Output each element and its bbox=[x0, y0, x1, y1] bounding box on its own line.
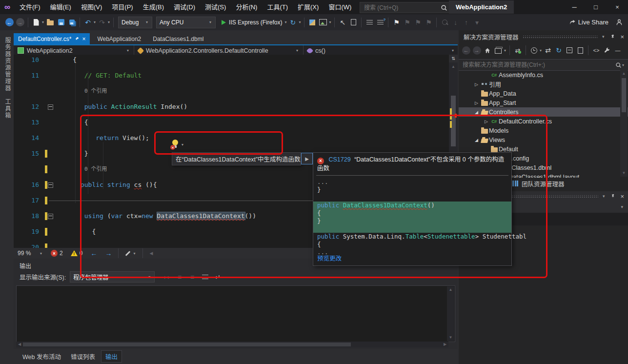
quick-search[interactable] bbox=[360, 2, 449, 13]
refresh-icon[interactable]: ↻ bbox=[288, 17, 298, 28]
tree-vertical-scrollbar[interactable]: ▲ ▼ bbox=[620, 70, 628, 177]
collapsed-arrow-icon[interactable]: ▷ bbox=[483, 119, 489, 124]
output-content[interactable]: ▲ ▼ bbox=[16, 285, 455, 342]
minimize-button[interactable]: ─ bbox=[564, 0, 585, 14]
debug-config-dropdown[interactable]: Debug▾ bbox=[118, 17, 152, 28]
tree-item[interactable]: App_Data bbox=[459, 89, 628, 98]
tree-item[interactable]: ▷App_Start bbox=[459, 98, 628, 107]
tree-item[interactable]: ▷C#DefaultController.cs bbox=[459, 117, 628, 126]
menu-item-s[interactable]: 测试(S) bbox=[200, 0, 231, 14]
search-icon[interactable] bbox=[615, 62, 622, 68]
split-editor-handle[interactable]: ⇅ bbox=[449, 55, 458, 62]
scrollbar-thumb[interactable] bbox=[622, 78, 626, 112]
tree-item[interactable]: ◢Views bbox=[459, 135, 628, 144]
properties-copy-icon[interactable] bbox=[575, 45, 585, 56]
scroll-up-icon[interactable]: ▲ bbox=[449, 63, 458, 70]
show-all-files-icon[interactable] bbox=[493, 45, 503, 56]
tree-item[interactable]: ▷引用 bbox=[459, 80, 628, 89]
scrollbar-thumb[interactable] bbox=[23, 343, 351, 346]
panel-overflow-icon[interactable]: — bbox=[613, 45, 623, 56]
sidebar-tab-toolbox[interactable]: 工具箱 bbox=[3, 99, 12, 119]
scroll-left-icon[interactable]: ◀ bbox=[16, 342, 23, 347]
feedback-icon[interactable] bbox=[615, 19, 623, 26]
editor-tab[interactable]: DataClasses1.dbml bbox=[148, 33, 208, 44]
toggle-bookmark-icon[interactable]: ⚑ bbox=[391, 17, 401, 28]
warning-count-badge[interactable]: 0 bbox=[71, 250, 83, 257]
sidebar-tab-server-explorer[interactable]: 服务器资源管理器 bbox=[3, 37, 12, 92]
navigate-back-button[interactable]: ← bbox=[90, 249, 97, 257]
collapsed-arrow-icon[interactable]: ▷ bbox=[473, 82, 480, 87]
editor-tab[interactable]: DefaultController.cs*× bbox=[14, 33, 90, 44]
open-file-icon[interactable] bbox=[45, 17, 55, 28]
navigate-forward-button[interactable]: → bbox=[105, 249, 112, 257]
fold-collapse-icon[interactable] bbox=[48, 214, 53, 219]
switch-views-icon[interactable]: ⇄ bbox=[543, 45, 553, 56]
tree-item[interactable]: ◢Controllers bbox=[459, 107, 628, 117]
refresh-icon[interactable]: ↻ bbox=[554, 45, 564, 56]
menu-item-e[interactable]: 编辑(E) bbox=[45, 0, 76, 14]
editor-tab[interactable]: WebApplication2 bbox=[93, 33, 145, 44]
quick-action-lightbulb[interactable]: × ▾ bbox=[171, 140, 184, 149]
word-wrap-icon[interactable]: ↵ bbox=[213, 272, 223, 283]
fold-collapse-icon[interactable] bbox=[48, 104, 53, 110]
close-icon[interactable]: × bbox=[620, 33, 624, 40]
pin-icon[interactable] bbox=[74, 36, 79, 41]
copy-structure-icon[interactable] bbox=[348, 17, 358, 28]
window-position-dropdown-icon[interactable]: ▾ bbox=[602, 34, 605, 39]
nav-back-icon[interactable]: ← bbox=[4, 17, 14, 28]
scroll-down-icon[interactable]: ▼ bbox=[447, 334, 454, 341]
quick-action-expand-button[interactable]: ▶ bbox=[301, 153, 313, 164]
error-code-link[interactable]: CS1729 bbox=[328, 156, 350, 163]
panel-tab[interactable]: 错误列表 bbox=[67, 351, 99, 362]
fold-collapse-icon[interactable] bbox=[48, 182, 53, 188]
pin-icon[interactable] bbox=[610, 193, 615, 199]
scroll-down-icon[interactable]: ▼ bbox=[620, 170, 628, 177]
comment-lines-icon[interactable]: ? bbox=[375, 17, 385, 28]
scroll-right-icon[interactable]: ▶ bbox=[442, 342, 448, 347]
platform-dropdown[interactable]: Any CPU▾ bbox=[156, 17, 216, 28]
format-document-icon[interactable] bbox=[365, 17, 374, 28]
pending-changes-filter-icon[interactable] bbox=[529, 45, 539, 56]
project-dropdown[interactable]: WebApplication2 ▾ bbox=[14, 45, 134, 56]
quick-search-input[interactable] bbox=[363, 4, 441, 12]
scroll-up-icon[interactable]: ▲ bbox=[447, 286, 454, 293]
live-share-button[interactable]: Live Share bbox=[568, 19, 608, 26]
menu-item-w[interactable]: 窗口(W) bbox=[324, 0, 356, 14]
window-position-dropdown-icon[interactable]: ▾ bbox=[603, 194, 605, 199]
new-file-icon[interactable] bbox=[31, 17, 41, 28]
expanded-arrow-icon[interactable]: ◢ bbox=[473, 138, 480, 142]
clear-all-icon[interactable] bbox=[200, 272, 210, 283]
panel-tab[interactable]: Web 发布活动 bbox=[19, 351, 65, 362]
package-manager-icon[interactable] bbox=[307, 17, 317, 28]
panel-tab[interactable]: 输出 bbox=[101, 350, 122, 363]
close-icon[interactable]: × bbox=[82, 36, 85, 42]
menu-item-n[interactable]: 分析(N) bbox=[231, 0, 262, 14]
output-vertical-scrollbar[interactable]: ▲ ▼ bbox=[447, 286, 454, 341]
quick-action-tooltip[interactable]: 在“DataClasses1DataContext”中生成构造函数 bbox=[172, 152, 301, 165]
save-all-icon[interactable] bbox=[67, 17, 77, 28]
chevron-down-icon[interactable]: ▾ bbox=[621, 204, 623, 209]
select-element-icon[interactable]: ↖ bbox=[338, 17, 347, 28]
tree-item[interactable]: Models bbox=[459, 126, 628, 135]
hscroll-left-icon[interactable]: ◀ bbox=[149, 251, 153, 256]
menu-item-b[interactable]: 生成(B) bbox=[138, 0, 169, 14]
pen-filter-button[interactable]: ▾ bbox=[125, 251, 136, 256]
undo-icon[interactable]: ↶ bbox=[83, 17, 93, 28]
scroll-up-icon[interactable]: ▲ bbox=[620, 70, 628, 77]
menu-item-d[interactable]: 调试(D) bbox=[169, 0, 200, 14]
member-dropdown[interactable]: cs() bbox=[304, 45, 329, 56]
collapsed-arrow-icon[interactable]: ▷ bbox=[473, 101, 480, 105]
menu-item-p[interactable]: 项目(P) bbox=[107, 0, 138, 14]
preview-changes-link[interactable]: 预览更改 bbox=[317, 253, 342, 263]
search-icon[interactable] bbox=[441, 4, 447, 11]
menu-item-f[interactable]: 文件(F) bbox=[15, 0, 45, 14]
collapse-all-icon[interactable] bbox=[565, 45, 574, 56]
sync-with-active-document-icon[interactable]: ⇄ bbox=[513, 45, 523, 56]
pin-icon[interactable] bbox=[610, 34, 615, 40]
menu-item-t[interactable]: 工具(T) bbox=[262, 0, 293, 14]
menu-item-v[interactable]: 视图(V) bbox=[76, 0, 107, 14]
home-icon[interactable] bbox=[483, 45, 492, 56]
solution-search[interactable]: ▾ bbox=[459, 59, 628, 71]
maximize-button[interactable]: □ bbox=[585, 0, 607, 14]
type-dropdown[interactable]: WebApplication2.Controllers.DefaultContr… bbox=[134, 45, 303, 56]
